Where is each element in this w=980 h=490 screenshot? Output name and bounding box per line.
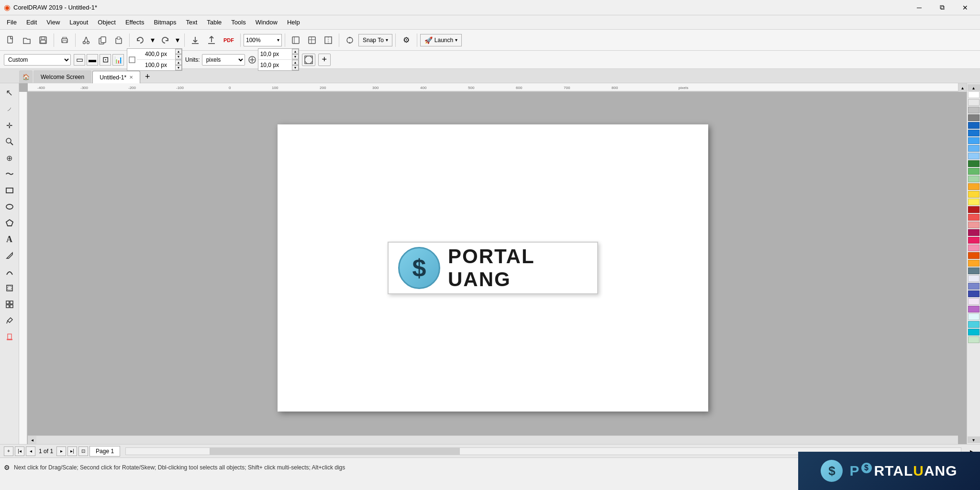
menu-text[interactable]: Text: [181, 17, 202, 28]
color-light-red[interactable]: [968, 222, 980, 228]
height-up[interactable]: ▴: [175, 60, 182, 65]
height-input[interactable]: 100,0 px: [137, 61, 175, 69]
color-indigo-dark[interactable]: [968, 290, 980, 297]
scroll-left[interactable]: ◂: [28, 436, 36, 445]
color-cyan[interactable]: [968, 321, 980, 328]
color-dark-blue-2[interactable]: [968, 130, 980, 136]
import-button[interactable]: [188, 33, 203, 48]
menu-view[interactable]: View: [42, 17, 65, 28]
color-green[interactable]: [968, 168, 980, 175]
width-up[interactable]: ▴: [175, 49, 182, 54]
page-first[interactable]: |◂: [15, 446, 24, 456]
document-tab-close[interactable]: ✕: [129, 75, 133, 80]
rectangle-tool[interactable]: [2, 183, 17, 198]
pen-tool[interactable]: [2, 248, 17, 263]
text-tool[interactable]: A: [2, 232, 17, 247]
color-light-yellow[interactable]: [968, 199, 980, 205]
nudge-v-up[interactable]: ▴: [292, 60, 299, 65]
close-button[interactable]: ✕: [954, 0, 976, 15]
resize-icon[interactable]: ⊡: [100, 54, 111, 66]
nudge-h-input[interactable]: [258, 50, 292, 58]
color-blue-gray[interactable]: [968, 267, 980, 274]
options-button[interactable]: ⚙: [399, 33, 414, 48]
menu-window[interactable]: Window: [251, 17, 282, 28]
color-indigo[interactable]: [968, 283, 980, 290]
zoom-tool[interactable]: [2, 134, 17, 149]
h-scrollbar[interactable]: ◂: [28, 435, 958, 444]
restore-button[interactable]: ⧉: [931, 0, 953, 15]
palette-scroll-down[interactable]: ▾: [968, 436, 980, 443]
minimize-button[interactable]: ─: [908, 0, 930, 15]
nudge-h-up[interactable]: ▴: [292, 49, 299, 54]
color-yellow[interactable]: [968, 191, 980, 198]
fill-tool[interactable]: [2, 329, 17, 345]
nudge-v-down[interactable]: ▾: [292, 65, 299, 70]
zoom-selector[interactable]: 100% ▾: [244, 34, 282, 46]
polygon-tool[interactable]: [2, 215, 17, 231]
color-light-gray[interactable]: [968, 99, 980, 106]
portrait-icon[interactable]: ▭: [74, 54, 85, 66]
color-light-blue[interactable]: [968, 153, 980, 159]
welcome-tab[interactable]: Welcome Screen: [33, 70, 91, 83]
undo-dropdown[interactable]: ▾: [149, 33, 156, 48]
copy-button[interactable]: [95, 33, 110, 48]
pdf-button[interactable]: PDF: [220, 33, 237, 48]
fit-page-button[interactable]: [302, 54, 315, 66]
color-dark-red[interactable]: [968, 206, 980, 213]
launch-button[interactable]: 🚀 Launch ▾: [420, 34, 462, 46]
color-purple[interactable]: [968, 306, 980, 312]
color-gold[interactable]: [968, 183, 980, 190]
width-input[interactable]: 400,0 px: [137, 50, 175, 58]
color-teal[interactable]: [968, 329, 980, 335]
color-dark-green[interactable]: [968, 160, 980, 167]
page-prev[interactable]: ◂: [26, 446, 35, 456]
color-light-pink[interactable]: [968, 245, 980, 251]
v-scrollbar[interactable]: ▴: [958, 83, 967, 92]
crop-tool[interactable]: [2, 280, 17, 296]
menu-tools[interactable]: Tools: [226, 17, 250, 28]
transform-tool[interactable]: ✛: [2, 118, 17, 133]
menu-effects[interactable]: Effects: [121, 17, 149, 28]
export-button[interactable]: [204, 33, 219, 48]
eyedropper-tool[interactable]: [2, 313, 17, 328]
landscape-icon[interactable]: ▬: [87, 54, 98, 66]
color-white[interactable]: [968, 91, 980, 98]
palette-scroll-up[interactable]: ▴: [968, 84, 980, 91]
add-page-bottom[interactable]: +: [4, 446, 13, 456]
color-gray[interactable]: [968, 114, 980, 121]
color-dark-pink[interactable]: [968, 229, 980, 236]
cut-button[interactable]: [78, 33, 94, 48]
menu-table[interactable]: Table: [202, 17, 226, 28]
document-tab[interactable]: Untitled-1* ✕: [92, 71, 140, 83]
units-selector[interactable]: pixels: [202, 54, 245, 66]
freehand-tool[interactable]: 〜: [2, 167, 17, 182]
width-down[interactable]: ▾: [175, 54, 182, 59]
h-scroll-thumb[interactable]: [210, 448, 460, 455]
nudge-h-down[interactable]: ▾: [292, 54, 299, 59]
color-orange-dark[interactable]: [968, 252, 980, 259]
open-button[interactable]: [19, 33, 34, 48]
menu-help[interactable]: Help: [282, 17, 305, 28]
color-blue-1[interactable]: [968, 137, 980, 144]
preset-selector[interactable]: Custom: [4, 54, 71, 66]
color-pink[interactable]: [968, 237, 980, 244]
freehand-select-tool[interactable]: ⟋: [2, 101, 17, 117]
home-tab[interactable]: 🏠: [19, 70, 33, 83]
pan-tool[interactable]: ⊕: [2, 150, 17, 166]
select-tool[interactable]: ↖: [2, 85, 17, 100]
color-light-green[interactable]: [968, 176, 980, 182]
logo-element[interactable]: $ PORTAL UANG: [388, 242, 598, 294]
undo-button[interactable]: [133, 33, 148, 48]
paste-button[interactable]: [111, 33, 126, 48]
menu-file[interactable]: File: [2, 17, 22, 28]
color-orange[interactable]: [968, 260, 980, 267]
pattern-tool[interactable]: [2, 297, 17, 312]
color-blue-2[interactable]: [968, 145, 980, 152]
page-options[interactable]: ⊡: [78, 446, 88, 456]
snap-toggle[interactable]: [342, 33, 357, 48]
color-dark-blue-1[interactable]: [968, 122, 980, 129]
add-tab-button[interactable]: +: [141, 70, 154, 83]
add-page-button[interactable]: +: [318, 54, 331, 66]
menu-bitmaps[interactable]: Bitmaps: [149, 17, 181, 28]
grid-button[interactable]: [304, 33, 320, 48]
